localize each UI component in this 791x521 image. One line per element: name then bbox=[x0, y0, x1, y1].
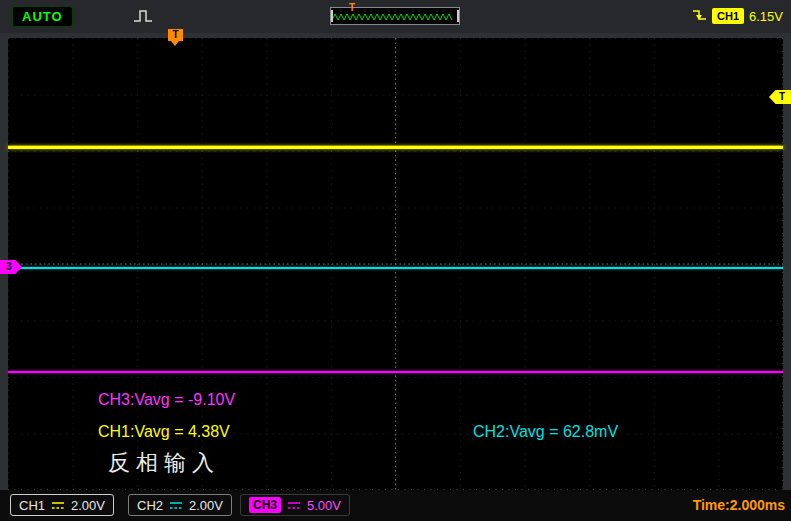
trigger-edge-icon bbox=[692, 8, 707, 24]
waveform-display: T T 3 CH3:Vavg = -9.10V CH1:Vavg = 4.38V… bbox=[8, 38, 783, 490]
waveform-preview-window[interactable]: T bbox=[330, 7, 460, 25]
ch1-settings-box[interactable]: CH1 2.00V bbox=[10, 494, 114, 516]
trigger-status-group: CH1 6.15V bbox=[692, 7, 783, 25]
acquisition-mode-badge: AUTO bbox=[12, 6, 73, 27]
ch2-label: CH2 bbox=[137, 498, 163, 513]
ch1-trace bbox=[8, 146, 783, 149]
trigger-position-marker[interactable]: T bbox=[168, 29, 183, 41]
bottom-status-bar: CH1 2.00V CH2 2.00V CH3 5.00V Time:2.000… bbox=[0, 490, 791, 521]
ch2-coupling-icon bbox=[169, 501, 183, 510]
ch2-scale: 2.00V bbox=[189, 498, 223, 513]
ch1-label: CH1 bbox=[19, 498, 45, 513]
ch3-settings-box[interactable]: CH3 5.00V bbox=[240, 494, 350, 516]
ch2-settings-box[interactable]: CH2 2.00V bbox=[128, 494, 232, 516]
top-status-bar: AUTO T CH1 6.15V bbox=[0, 0, 791, 33]
pulse-waveform-icon bbox=[132, 7, 156, 25]
preview-trigger-marker: T bbox=[349, 2, 355, 13]
ch1-scale: 2.00V bbox=[71, 498, 105, 513]
ch3-trace bbox=[8, 371, 783, 373]
ch1-vavg-readout: CH1:Vavg = 4.38V bbox=[98, 423, 230, 441]
ch3-coupling-icon bbox=[287, 501, 301, 510]
ch2-trace bbox=[8, 267, 783, 269]
trigger-source-badge: CH1 bbox=[712, 8, 744, 24]
ch2-vavg-readout: CH2:Vavg = 62.8mV bbox=[473, 423, 618, 441]
ch3-vavg-readout: CH3:Vavg = -9.10V bbox=[98, 391, 235, 409]
oscilloscope-screen: AUTO T CH1 6.15V bbox=[0, 0, 791, 521]
annotation-label: 反相输入 bbox=[108, 448, 220, 478]
ch1-coupling-icon bbox=[51, 501, 65, 510]
trigger-level-value: 6.15V bbox=[749, 9, 783, 24]
ch3-scale: 5.00V bbox=[307, 498, 341, 513]
ch3-label: CH3 bbox=[249, 497, 281, 513]
timebase-readout: Time:2.000ms bbox=[693, 497, 785, 513]
